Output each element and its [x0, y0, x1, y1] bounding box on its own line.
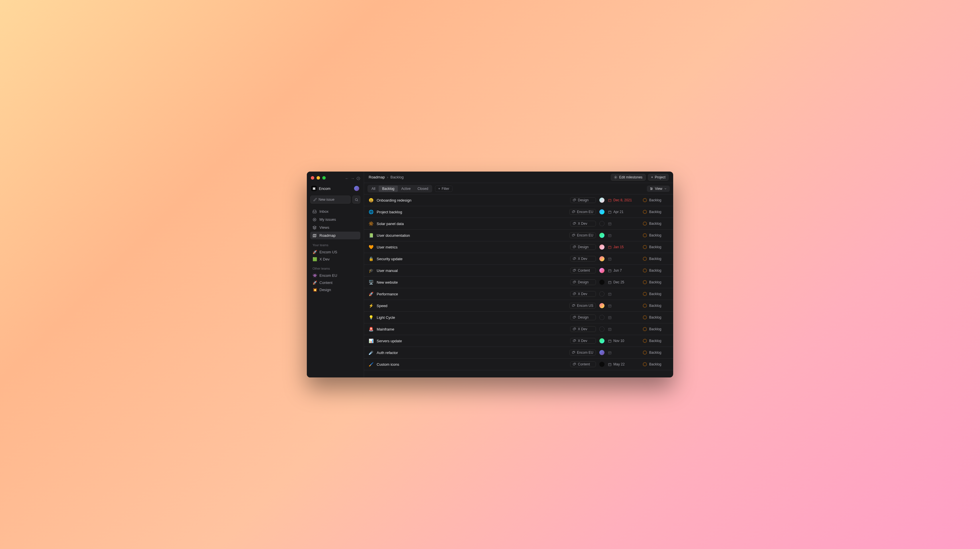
nav-inbox[interactable]: Inbox — [310, 208, 360, 215]
tab-active[interactable]: Active — [398, 186, 414, 192]
due-date[interactable]: Jan 15 — [608, 245, 640, 249]
team-pill[interactable]: Encom US — [569, 303, 596, 308]
team-pill[interactable]: X Dev — [570, 326, 596, 332]
due-date-empty[interactable] — [608, 222, 640, 225]
team-item[interactable]: 🚀Encom US — [310, 249, 360, 255]
status-cell[interactable]: Backlog — [643, 210, 668, 214]
team-item[interactable]: 🚀Content — [310, 279, 360, 286]
team-pill[interactable]: X Dev — [570, 291, 596, 297]
breadcrumb-root[interactable]: Roadmap — [369, 175, 385, 179]
user-avatar[interactable] — [354, 186, 359, 191]
team-pill[interactable]: Design — [570, 244, 596, 250]
team-pill[interactable]: Content — [570, 362, 596, 367]
status-cell[interactable]: Backlog — [643, 222, 668, 225]
assignee-avatar[interactable] — [599, 198, 605, 203]
nav-roadmap[interactable]: Roadmap — [310, 232, 360, 239]
team-item[interactable]: 👾Encom EU — [310, 272, 360, 279]
team-pill[interactable]: Design — [570, 314, 596, 320]
status-cell[interactable]: Backlog — [643, 292, 668, 296]
nav-my-issues[interactable]: My issues — [310, 216, 360, 223]
issue-row[interactable]: ☄️ Auth refactor Encom EU Backlog — [364, 347, 673, 359]
assignee-avatar[interactable] — [599, 244, 605, 250]
team-pill[interactable]: Encom EU — [569, 232, 596, 238]
assignee-avatar[interactable] — [599, 256, 605, 261]
team-item[interactable]: 💥Design — [310, 286, 360, 294]
team-pill[interactable]: X Dev — [570, 256, 596, 262]
assignee-avatar[interactable] — [599, 233, 605, 238]
team-pill[interactable]: Design — [570, 197, 596, 203]
due-date-empty[interactable] — [608, 304, 640, 308]
team-pill[interactable]: Design — [570, 279, 596, 285]
status-cell[interactable]: Backlog — [643, 316, 668, 319]
filter-button[interactable]: + Filter — [435, 186, 452, 192]
due-date[interactable]: Apr 21 — [608, 210, 640, 214]
status-cell[interactable]: Backlog — [643, 339, 668, 343]
search-button[interactable] — [352, 195, 360, 203]
assignee-avatar[interactable] — [599, 362, 605, 367]
due-date[interactable]: Jun 7 — [608, 268, 640, 273]
assignee-avatar[interactable] — [599, 209, 605, 214]
issue-row[interactable]: 📗 User documentation Encom EU Backlog — [364, 230, 673, 241]
team-pill[interactable]: X Dev — [570, 221, 596, 227]
due-date-empty[interactable] — [608, 292, 640, 296]
team-pill[interactable]: Encom EU — [569, 350, 596, 355]
assignee-avatar[interactable] — [599, 280, 605, 285]
due-date[interactable]: May 22 — [608, 362, 640, 366]
due-date-empty[interactable] — [608, 351, 640, 355]
due-date-empty[interactable] — [608, 233, 640, 237]
status-cell[interactable]: Backlog — [643, 351, 668, 355]
due-date-empty[interactable] — [608, 327, 640, 331]
due-date-empty[interactable] — [608, 316, 640, 319]
due-date[interactable]: Dec 25 — [608, 280, 640, 284]
issue-row[interactable]: 🖥️ New website Design Dec 25 Backlog — [364, 276, 673, 288]
issue-row[interactable]: 🔒 Security update X Dev Backlog — [364, 253, 673, 265]
status-cell[interactable]: Backlog — [643, 233, 668, 237]
new-issue-button[interactable]: New issue — [310, 195, 351, 203]
maximize-window[interactable] — [322, 176, 326, 179]
issue-row[interactable]: 🎓 User manual Content Jun 7 Backlog — [364, 265, 673, 276]
status-cell[interactable]: Backlog — [643, 245, 668, 249]
edit-milestones-button[interactable]: Edit milestones — [611, 174, 646, 181]
team-pill[interactable]: Encom EU — [569, 209, 596, 215]
team-pill[interactable]: Content — [570, 268, 596, 273]
tab-all[interactable]: All — [368, 186, 379, 192]
assignee-empty[interactable] — [599, 315, 605, 320]
due-date[interactable]: Dec 8, 2021 — [608, 198, 640, 202]
new-project-button[interactable]: + Project — [648, 174, 668, 181]
minimize-window[interactable] — [317, 176, 320, 179]
issue-row[interactable]: 💡 Light Cycle Design Backlog — [364, 312, 673, 324]
team-pill[interactable]: X Dev — [570, 338, 596, 344]
issue-row[interactable]: 🚀 Performance X Dev Backlog — [364, 288, 673, 300]
assignee-empty[interactable] — [599, 291, 605, 297]
issue-row[interactable]: 📊 Servers update X Dev Nov 10 Backlog — [364, 335, 673, 347]
issue-row[interactable]: ⚡ Speed Encom US Backlog — [364, 300, 673, 312]
issue-row[interactable]: 🚨 Mainframe X Dev Backlog — [364, 324, 673, 335]
workspace-selector[interactable]: 🔲 Encom — [310, 184, 360, 193]
assignee-empty[interactable] — [599, 327, 605, 332]
status-cell[interactable]: Backlog — [643, 362, 668, 366]
tab-closed[interactable]: Closed — [414, 186, 432, 192]
status-cell[interactable]: Backlog — [643, 304, 668, 308]
issue-row[interactable]: 🧡 User metrics Design Jan 15 Backlog — [364, 241, 673, 253]
team-item[interactable]: 🟩X Dev — [310, 255, 360, 263]
status-cell[interactable]: Backlog — [643, 257, 668, 261]
issue-row[interactable]: 😀 Onboarding redesign Design Dec 8, 2021… — [364, 194, 673, 206]
tab-backlog[interactable]: Backlog — [379, 186, 398, 192]
status-cell[interactable]: Backlog — [643, 280, 668, 284]
assignee-empty[interactable] — [599, 221, 605, 226]
due-date-empty[interactable] — [608, 257, 640, 261]
status-cell[interactable]: Backlog — [643, 198, 668, 202]
assignee-avatar[interactable] — [599, 338, 605, 343]
assignee-avatar[interactable] — [599, 350, 605, 355]
assignee-avatar[interactable] — [599, 268, 605, 273]
issue-row[interactable]: 🔆 Solar panel data X Dev Backlog — [364, 218, 673, 230]
nav-back-icon[interactable]: ← — [345, 176, 349, 181]
nav-forward-icon[interactable]: → — [351, 176, 355, 181]
status-cell[interactable]: Backlog — [643, 268, 668, 273]
history-icon[interactable] — [356, 176, 360, 181]
view-button[interactable]: View — [647, 186, 670, 192]
nav-views[interactable]: Views — [310, 224, 360, 231]
assignee-avatar[interactable] — [599, 303, 605, 308]
status-cell[interactable]: Backlog — [643, 327, 668, 331]
close-window[interactable] — [311, 176, 314, 179]
